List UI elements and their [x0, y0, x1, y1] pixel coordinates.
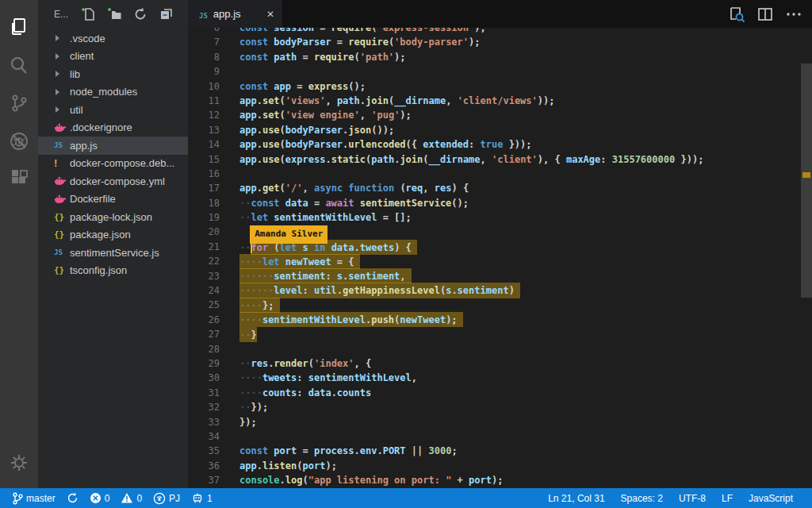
- line-number[interactable]: 26: [188, 313, 220, 327]
- code-line-27[interactable]: 27··}: [188, 327, 812, 341]
- line-number[interactable]: 8: [188, 50, 220, 64]
- branch-indicator[interactable]: master: [6, 488, 61, 508]
- code-line-32[interactable]: 32··});: [188, 400, 812, 414]
- code-line-19[interactable]: 19··let sentimentWithLevel = [];: [188, 210, 812, 225]
- code-editor[interactable]: 6const session = require('express-sessio…: [188, 28, 812, 488]
- line-number[interactable]: 23: [188, 269, 220, 283]
- line-number[interactable]: 10: [188, 79, 220, 94]
- code-line-33[interactable]: 33});: [188, 415, 812, 429]
- code-line-29[interactable]: 29··res.render('index', {: [188, 356, 812, 371]
- code-line-18[interactable]: 18··const data = await sentimentService(…: [188, 196, 812, 210]
- activity-extensions-button[interactable]: [0, 160, 38, 198]
- line-number[interactable]: 15: [188, 152, 220, 167]
- scrollbar-thumb[interactable]: [801, 64, 812, 298]
- code-line-12[interactable]: 12app.set('view engine', 'pug');: [188, 108, 812, 122]
- file-item-sentimentservice-js[interactable]: JSsentimentService.js: [38, 244, 188, 262]
- new-file-button[interactable]: [79, 6, 97, 23]
- line-number[interactable]: 35: [188, 444, 220, 458]
- file-item-docker-compose-deb-[interactable]: !docker-compose.deb...: [38, 155, 188, 173]
- line-number[interactable]: 31: [188, 386, 220, 400]
- new-folder-button[interactable]: [105, 6, 123, 23]
- line-number[interactable]: 6: [188, 28, 220, 35]
- code-line-34[interactable]: 34: [188, 429, 812, 444]
- file-item-app-js[interactable]: JSapp.js: [38, 137, 188, 155]
- code-line-28[interactable]: 28: [188, 342, 812, 356]
- line-number[interactable]: 14: [188, 137, 220, 152]
- line-number[interactable]: 29: [188, 356, 220, 371]
- code-line-25[interactable]: 25····};: [188, 298, 812, 312]
- code-line-13[interactable]: 13app.use(bodyParser.json());: [188, 123, 812, 137]
- line-number[interactable]: 16: [188, 167, 220, 181]
- line-number[interactable]: 28: [188, 342, 220, 356]
- error-count[interactable]: 0: [84, 488, 116, 508]
- code-line-21[interactable]: 21··for (let s in data.tweets) { Amanda …: [188, 240, 812, 254]
- live-share-participants[interactable]: 1: [186, 488, 218, 508]
- tab-app-js[interactable]: JS app.js ✕: [188, 0, 282, 28]
- code-line-23[interactable]: 23······sentiment: s.sentiment,: [188, 269, 812, 283]
- warning-count[interactable]: 0: [115, 488, 147, 508]
- file-item-node-modules[interactable]: node_modules: [38, 83, 188, 102]
- more-actions-button[interactable]: [785, 6, 802, 23]
- file-item-package-lock-json[interactable]: {}package-lock.json: [38, 208, 188, 226]
- line-number[interactable]: 9: [188, 64, 220, 79]
- code-line-8[interactable]: 8const path = require('path');: [188, 50, 812, 64]
- activity-explorer-button[interactable]: [0, 8, 38, 46]
- file-item-util[interactable]: util: [38, 101, 188, 119]
- line-number[interactable]: 33: [188, 415, 220, 429]
- line-number[interactable]: 22: [188, 254, 220, 268]
- line-number[interactable]: 36: [188, 459, 220, 473]
- line-number[interactable]: 12: [188, 108, 220, 122]
- code-line-9[interactable]: 9: [188, 64, 812, 79]
- indentation[interactable]: Spaces: 2: [613, 488, 671, 508]
- code-line-17[interactable]: 17app.get('/', async function (req, res)…: [188, 181, 812, 195]
- code-line-37[interactable]: 37console.log("app listening on port: " …: [188, 473, 812, 487]
- code-line-30[interactable]: 30····tweets: sentimentWithLevel,: [188, 371, 812, 385]
- file-item-dockerfile[interactable]: Dockerfile: [38, 190, 188, 209]
- sync-changes[interactable]: [61, 488, 84, 508]
- line-number[interactable]: 13: [188, 123, 220, 137]
- activity-source-control-button[interactable]: [0, 84, 38, 122]
- file-item-lib[interactable]: lib: [38, 65, 188, 83]
- line-number[interactable]: 7: [188, 35, 220, 49]
- refresh-explorer-button[interactable]: [132, 6, 149, 23]
- code-line-15[interactable]: 15app.use(express.static(path.join(__dir…: [188, 152, 812, 167]
- eol[interactable]: LF: [714, 488, 741, 508]
- close-icon[interactable]: ✕: [266, 9, 274, 20]
- scrollbar-track[interactable]: [801, 28, 812, 488]
- line-number[interactable]: 27: [188, 327, 220, 341]
- split-editor-button[interactable]: [756, 6, 774, 23]
- line-number[interactable]: 18: [188, 196, 220, 210]
- code-line-24[interactable]: 24······level: util.getHappinessLevel(s.…: [188, 283, 812, 298]
- file-item-client[interactable]: client: [38, 48, 188, 66]
- code-line-14[interactable]: 14app.use(bodyParser.urlencoded({ extend…: [188, 137, 812, 152]
- code-line-26[interactable]: 26····sentimentWithLevel.push(newTweet);: [188, 313, 812, 327]
- line-number[interactable]: 11: [188, 94, 220, 108]
- code-line-7[interactable]: 7const bodyParser = require('body-parser…: [188, 35, 812, 49]
- code-line-36[interactable]: 36app.listen(port);: [188, 459, 812, 473]
- line-number[interactable]: 32: [188, 400, 220, 414]
- code-line-11[interactable]: 11app.set('views', path.join(__dirname, …: [188, 94, 812, 108]
- code-line-6[interactable]: 6const session = require('express-sessio…: [188, 28, 812, 35]
- line-number[interactable]: 34: [188, 429, 220, 444]
- file-item--vscode[interactable]: .vscode: [38, 29, 188, 48]
- line-number[interactable]: 17: [188, 181, 220, 195]
- activity-settings-button[interactable]: [0, 444, 38, 482]
- code-line-35[interactable]: 35const port = process.env.PORT || 3000;: [188, 444, 812, 458]
- language-mode[interactable]: JavaScript: [741, 488, 801, 508]
- code-line-16[interactable]: 16: [188, 167, 812, 181]
- line-number[interactable]: 19: [188, 210, 220, 225]
- line-number[interactable]: 24: [188, 283, 220, 298]
- activity-debug-button[interactable]: [0, 122, 38, 160]
- file-item-package-json[interactable]: {}package.json: [38, 226, 188, 244]
- file-item-tsconfig-json[interactable]: {}tsconfig.json: [38, 262, 188, 280]
- file-item--dockerignore[interactable]: .dockerignore: [38, 119, 188, 137]
- line-number[interactable]: 30: [188, 371, 220, 385]
- line-number[interactable]: 21: [188, 240, 220, 254]
- activity-search-button[interactable]: [0, 46, 38, 84]
- line-number[interactable]: 20: [188, 225, 220, 239]
- collapse-folders-button[interactable]: [158, 6, 175, 23]
- encoding[interactable]: UTF-8: [671, 488, 714, 508]
- file-item-docker-compose-yml[interactable]: docker-compose.yml: [38, 172, 188, 190]
- cursor-position[interactable]: Ln 21, Col 31: [540, 488, 612, 508]
- code-line-10[interactable]: 10const app = express();: [188, 79, 812, 94]
